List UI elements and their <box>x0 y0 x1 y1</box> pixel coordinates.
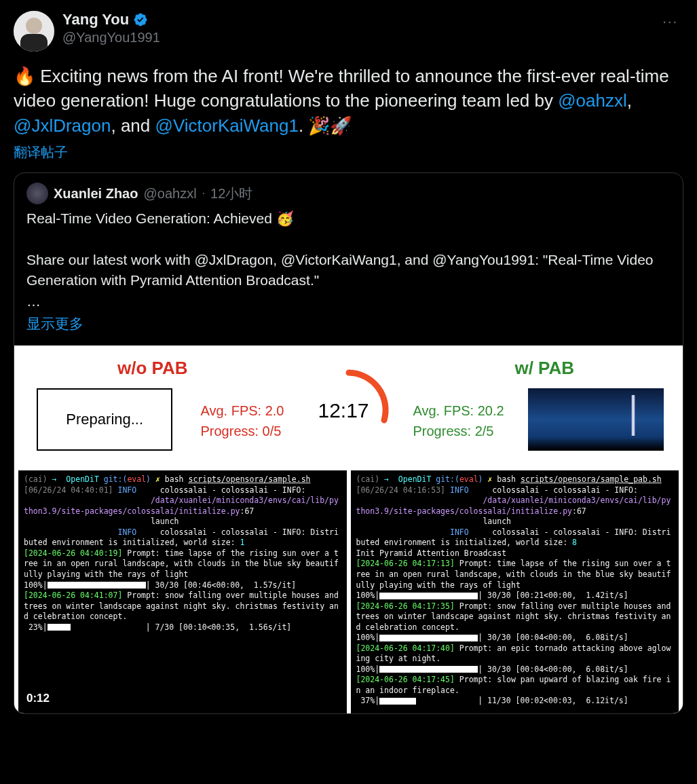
author-handle[interactable]: @YangYou1991 <box>62 30 649 45</box>
quoted-tweet[interactable]: Xuanlei Zhao @oahzxl · 12小时 Real-Time Vi… <box>14 172 683 714</box>
timer-column: 12:17 <box>291 358 407 464</box>
terminal-right: (cai) → OpenDiT git:(eval) ✗ bash script… <box>351 470 679 713</box>
left-stats: Avg. FPS: 2.0 Progress: 0/5 <box>200 400 284 441</box>
tweet-container: Yang You @YangYou1991 ··· 🔥 Exciting new… <box>0 0 697 725</box>
tweet-header: Yang You @YangYou1991 ··· <box>14 11 683 52</box>
svg-point-1 <box>26 18 42 34</box>
quoted-body: Real-Time Video Generation: Achieved 🥳 S… <box>26 208 671 312</box>
left-fps: Avg. FPS: 2.0 <box>200 400 284 421</box>
right-title: w/ PAB <box>413 358 677 379</box>
left-title: w/o PAB <box>21 358 284 379</box>
quoted-handle[interactable]: @oahzxl <box>143 186 196 202</box>
mention-oahzxl[interactable]: @oahzxl <box>558 90 627 111</box>
mention-victorkai[interactable]: @VictorKaiWang1 <box>155 115 299 136</box>
quoted-header: Xuanlei Zhao @oahzxl · 12小时 <box>26 183 671 204</box>
left-progress: Progress: 0/5 <box>200 421 284 441</box>
svg-rect-2 <box>20 34 48 52</box>
author-avatar[interactable] <box>14 11 54 52</box>
right-fps: Avg. FPS: 20.2 <box>413 400 504 421</box>
quoted-time: 12小时 <box>210 185 252 203</box>
terminals-row: (cai) → OpenDiT git:(eval) ✗ bash script… <box>14 470 683 713</box>
video-duration-badge: 0:12 <box>21 690 55 707</box>
right-stats: Avg. FPS: 20.2 Progress: 2/5 <box>413 400 504 441</box>
translate-link[interactable]: 翻译帖子 <box>14 143 68 162</box>
quoted-line3: … <box>26 291 671 312</box>
verified-icon <box>133 12 148 27</box>
quoted-name[interactable]: Xuanlei Zhao <box>54 186 138 202</box>
quoted-line2: Share our latest work with @JxlDragon, @… <box>26 250 671 291</box>
left-column: w/o PAB Preparing... Avg. FPS: 2.0 Progr… <box>21 358 284 451</box>
author-name[interactable]: Yang You <box>62 11 129 29</box>
quoted-avatar[interactable] <box>26 183 48 204</box>
right-column: w/ PAB Avg. FPS: 20.2 Progress: 2/5 <box>413 358 677 451</box>
terminal-left: (cai) → OpenDiT git:(eval) ✗ bash script… <box>18 470 347 713</box>
more-button[interactable]: ··· <box>657 11 683 32</box>
preparing-box: Preparing... <box>37 388 172 451</box>
right-progress: Progress: 2/5 <box>413 421 504 441</box>
quoted-line1: Real-Time Video Generation: Achieved 🥳 <box>26 208 671 229</box>
timer-value: 12:17 <box>318 399 369 422</box>
tweet-body: 🔥 Exciting news from the AI front! We're… <box>14 64 683 138</box>
video-thumbnail <box>528 388 664 451</box>
mention-jxldragon[interactable]: @JxlDragon <box>14 115 111 136</box>
media-comparison: w/o PAB Preparing... Avg. FPS: 2.0 Progr… <box>14 346 683 470</box>
user-info: Yang You @YangYou1991 <box>62 11 649 45</box>
quoted-media[interactable]: w/o PAB Preparing... Avg. FPS: 2.0 Progr… <box>14 346 683 713</box>
show-more-link[interactable]: 显示更多 <box>26 314 83 333</box>
